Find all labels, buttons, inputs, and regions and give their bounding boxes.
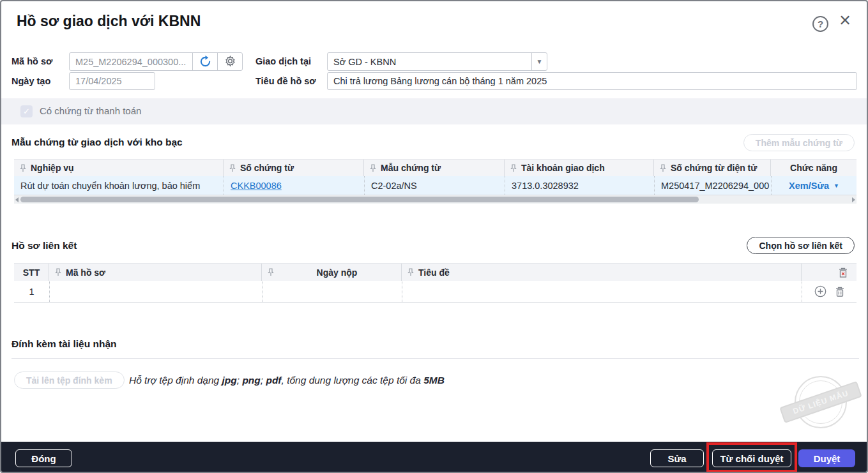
pin-icon[interactable] xyxy=(229,164,236,172)
ngay-tao-input[interactable]: 17/04/2025 xyxy=(69,72,155,90)
horizontal-scrollbar[interactable] xyxy=(14,195,857,204)
col-tieu-de[interactable]: Tiêu đề xyxy=(402,264,802,281)
chevron-down-icon[interactable]: ▼ xyxy=(531,53,547,70)
sample-data-stamp-label: DỮ LIỆU MẪU xyxy=(779,381,862,423)
cell-tai-khoan: 3713.0.3028932 xyxy=(505,176,654,195)
section-divider xyxy=(11,358,859,359)
cell-nghiep-vu: Rút dự toán chuyển khoản lương, bảo hiểm xyxy=(14,176,224,195)
scroll-right-icon[interactable] xyxy=(852,197,855,202)
cell-tieu-de xyxy=(402,281,802,302)
upload-attachment-button[interactable]: Tải lên tệp đính kèm xyxy=(14,372,125,389)
voucher-table: Nghiệp vụ Số chứng từ Mẫu chứng từ Tài k… xyxy=(14,159,857,195)
chevron-down-icon: ▼ xyxy=(834,183,839,189)
add-voucher-button[interactable]: Thêm mẫu chứng từ xyxy=(743,134,855,151)
ma-ho-so-field-group: M25_M2206294_000300... xyxy=(69,52,243,71)
col-stt: STT xyxy=(14,264,49,281)
col-tai-khoan[interactable]: Tài khoản giao dịch xyxy=(505,160,654,176)
edit-button[interactable]: Sửa xyxy=(650,449,704,467)
linked-table-row[interactable]: 1 xyxy=(14,281,857,303)
approve-button[interactable]: Duyệt xyxy=(798,449,855,467)
cell-ma-ho-so xyxy=(49,281,262,302)
linked-table: STT Mã hồ sơ Ngày nộp Tiêu đề 1 xyxy=(14,263,857,303)
choose-linked-file-button[interactable]: Chọn hồ sơ liên kết xyxy=(747,237,855,254)
giao-dich-tai-value: Sở GD - KBNN xyxy=(328,57,531,67)
giao-dich-tai-select[interactable]: Sở GD - KBNN ▼ xyxy=(327,52,547,71)
ngay-tao-label: Ngày tạo xyxy=(11,76,50,86)
delete-all-icon[interactable] xyxy=(838,267,848,278)
voucher-table-header: Nghiệp vụ Số chứng từ Mẫu chứng từ Tài k… xyxy=(14,159,857,176)
payment-voucher-checkbox-label: Có chứng từ thanh toán xyxy=(40,105,141,116)
pin-icon[interactable] xyxy=(510,164,517,172)
col-so-chung-tu[interactable]: Số chứng từ xyxy=(224,160,364,176)
linked-table-header: STT Mã hồ sơ Ngày nộp Tiêu đề xyxy=(14,263,857,281)
pin-icon[interactable] xyxy=(660,164,666,172)
trash-icon[interactable] xyxy=(835,286,845,297)
col-ngay-nop[interactable]: Ngày nộp xyxy=(262,264,402,281)
tieu-de-ho-so-input[interactable]: Chi trả lương Bảng lương cán bộ tháng 1 … xyxy=(327,72,857,90)
cell-actions xyxy=(802,281,857,302)
scroll-left-icon[interactable] xyxy=(15,197,19,202)
pin-icon[interactable] xyxy=(20,164,26,172)
cell-ngay-nop xyxy=(262,281,402,302)
col-so-ct-dien-tu[interactable]: Số chứng từ điện tử xyxy=(654,160,771,176)
cell-so-ct-dien-tu: M250417_M2206294_000 xyxy=(654,176,771,195)
giao-dich-tai-label: Giao dịch tại xyxy=(255,56,311,66)
footer-bar: Đóng Sửa Từ chối duyệt Duyệt xyxy=(1,442,867,473)
col-actions xyxy=(802,264,857,281)
gear-icon[interactable] xyxy=(217,53,242,70)
attachment-hint: Hỗ trợ tệp định dạng jpg; png; pdf, tổng… xyxy=(129,375,445,386)
help-icon[interactable]: ? xyxy=(812,16,828,32)
linked-section-title: Hồ sơ liên kết xyxy=(11,240,77,252)
reject-button[interactable]: Từ chối duyệt xyxy=(712,449,791,467)
close-button[interactable]: Đóng xyxy=(15,449,72,467)
voucher-table-row[interactable]: Rút dự toán chuyển khoản lương, bảo hiểm… xyxy=(14,176,857,195)
pin-icon[interactable] xyxy=(407,268,414,276)
payment-voucher-band: ✓ Có chứng từ thanh toán xyxy=(1,98,867,124)
pin-icon[interactable] xyxy=(370,164,376,172)
view-edit-menu[interactable]: Xem/Sửa ▼ xyxy=(789,181,839,191)
col-nghiep-vu[interactable]: Nghiệp vụ xyxy=(14,160,224,176)
col-mau-chung-tu[interactable]: Mẫu chứng từ xyxy=(364,160,505,176)
refresh-icon[interactable] xyxy=(192,53,217,70)
payment-voucher-checkbox[interactable]: ✓ xyxy=(20,105,33,117)
pin-icon[interactable] xyxy=(268,268,274,276)
cell-mau-chung-tu: C2-02a/NS xyxy=(364,176,505,195)
ma-ho-so-label: Mã hồ sơ xyxy=(11,56,52,66)
transaction-file-dialog: Hồ sơ giao dịch với KBNN ? × Mã hồ sơ M2… xyxy=(0,0,868,473)
attachment-section-title: Đính kèm tài liệu nhận xyxy=(11,338,117,350)
sample-data-stamp: DỮ LIỆU MẪU xyxy=(789,373,853,432)
pin-icon[interactable] xyxy=(55,268,61,276)
add-row-icon[interactable] xyxy=(814,285,826,297)
voucher-section-title: Mẫu chứng từ giao dịch với kho bạc xyxy=(11,137,183,148)
close-icon[interactable]: × xyxy=(839,10,851,30)
col-chuc-nang: Chức năng xyxy=(771,160,857,176)
tieu-de-ho-so-label: Tiêu đề hồ sơ xyxy=(255,76,316,86)
cell-chuc-nang: Xem/Sửa ▼ xyxy=(771,176,857,195)
scrollbar-thumb[interactable] xyxy=(20,197,699,202)
ma-ho-so-input[interactable]: M25_M2206294_000300... xyxy=(70,57,192,67)
cell-stt: 1 xyxy=(14,281,49,302)
col-ma-ho-so[interactable]: Mã hồ sơ xyxy=(49,264,262,281)
voucher-number-link[interactable]: CKKB00086 xyxy=(231,181,282,191)
page-title: Hồ sơ giao dịch với KBNN xyxy=(17,13,201,30)
cell-so-chung-tu: CKKB00086 xyxy=(224,176,364,195)
